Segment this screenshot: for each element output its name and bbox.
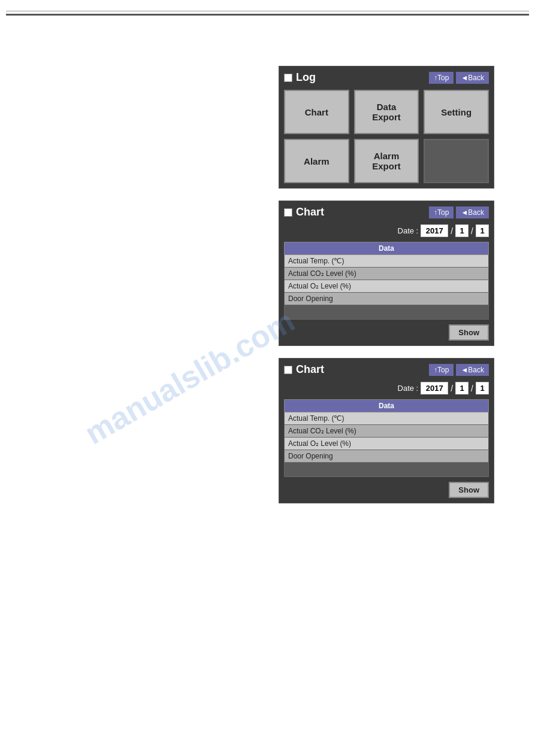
chart2-nav-buttons: ↑Top ◄Back: [429, 364, 489, 376]
chart-btn[interactable]: Chart: [284, 90, 349, 134]
chart1-checkbox[interactable]: [284, 208, 292, 217]
chart1-month-input[interactable]: [455, 224, 468, 237]
chart1-show-row: Show: [284, 324, 489, 341]
chart2-month-input[interactable]: [455, 382, 468, 394]
chart2-panel: Chart ↑Top ◄Back Date : / / Data Act: [279, 358, 494, 503]
alarm-export-btn[interactable]: AlarmExport: [354, 139, 419, 183]
chart1-table-header: Data: [285, 242, 489, 255]
chart2-sep1: /: [451, 384, 453, 393]
log-top-button[interactable]: ↑Top: [429, 72, 454, 84]
chart2-title: Chart: [296, 363, 324, 376]
chart2-row5: [285, 463, 489, 477]
top-line: [6, 11, 529, 11]
chart2-back-button[interactable]: ◄Back: [456, 364, 489, 376]
chart2-show-button[interactable]: Show: [449, 482, 489, 498]
chart1-title-area: Chart: [284, 206, 324, 218]
alarm-btn[interactable]: Alarm: [284, 139, 349, 183]
log-panel: Log ↑Top ◄Back Chart DataExport Setting …: [279, 66, 494, 189]
log-checkbox[interactable]: [284, 74, 292, 82]
chart1-row5: [285, 305, 489, 320]
chart2-date-row: Date : / /: [284, 382, 489, 394]
table-row: Actual Temp. (℃): [285, 412, 489, 425]
log-back-button[interactable]: ◄Back: [456, 72, 489, 84]
empty-btn: [424, 139, 489, 183]
chart2-top-button[interactable]: ↑Top: [429, 364, 454, 376]
table-row: Actual Temp. (℃): [285, 255, 489, 268]
chart2-row3: Actual O₂ Level (%): [285, 438, 489, 450]
chart2-row2: Actual CO₂ Level (%): [285, 425, 489, 438]
log-title-area: Log: [284, 71, 316, 84]
panels-container: Log ↑Top ◄Back Chart DataExport Setting …: [279, 66, 494, 515]
chart2-date-label: Date :: [398, 384, 419, 393]
chart1-show-button[interactable]: Show: [449, 324, 489, 341]
chart1-table: Data Actual Temp. (℃) Actual CO₂ Level (…: [284, 242, 489, 320]
chart2-table-header: Data: [285, 400, 489, 412]
table-row: Actual CO₂ Level (%): [285, 425, 489, 438]
chart1-row1: Actual Temp. (℃): [285, 255, 489, 268]
table-row: [285, 305, 489, 320]
setting-btn[interactable]: Setting: [424, 90, 489, 134]
log-buttons-grid: Chart DataExport Setting Alarm AlarmExpo…: [284, 90, 489, 183]
chart2-day-input[interactable]: [476, 382, 489, 394]
chart2-title-area: Chart: [284, 363, 324, 376]
chart2-row1: Actual Temp. (℃): [285, 412, 489, 425]
chart1-nav-buttons: ↑Top ◄Back: [429, 207, 489, 218]
chart1-date-label: Date :: [398, 226, 419, 235]
chart2-panel-header: Chart ↑Top ◄Back: [284, 363, 489, 376]
chart1-row3: Actual O₂ Level (%): [285, 280, 489, 293]
table-row: [285, 463, 489, 477]
chart1-back-button[interactable]: ◄Back: [456, 207, 489, 218]
chart1-sep1: /: [451, 226, 453, 236]
chart1-date-row: Date : / /: [284, 224, 489, 237]
chart1-top-button[interactable]: ↑Top: [429, 207, 454, 218]
chart2-checkbox[interactable]: [284, 366, 292, 374]
chart1-panel-header: Chart ↑Top ◄Back: [284, 206, 489, 218]
chart1-sep2: /: [471, 226, 473, 236]
log-panel-header: Log ↑Top ◄Back: [284, 71, 489, 84]
chart1-title: Chart: [296, 206, 324, 218]
chart1-day-input[interactable]: [476, 224, 489, 237]
log-nav-buttons: ↑Top ◄Back: [429, 72, 489, 84]
table-row: Door Opening: [285, 293, 489, 305]
chart1-year-input[interactable]: [421, 224, 448, 237]
chart2-table: Data Actual Temp. (℃) Actual CO₂ Level (…: [284, 399, 489, 477]
chart2-show-row: Show: [284, 482, 489, 498]
chart2-row4: Door Opening: [285, 450, 489, 463]
log-title: Log: [296, 71, 316, 84]
chart2-year-input[interactable]: [421, 382, 448, 394]
table-row: Door Opening: [285, 450, 489, 463]
data-export-btn[interactable]: DataExport: [354, 90, 419, 134]
table-row: Actual O₂ Level (%): [285, 280, 489, 293]
chart1-panel: Chart ↑Top ◄Back Date : / / Data Act: [279, 201, 494, 346]
bold-line: [6, 14, 529, 16]
chart1-row2: Actual CO₂ Level (%): [285, 268, 489, 280]
table-row: Actual CO₂ Level (%): [285, 268, 489, 280]
watermark: manualslib.com: [78, 303, 300, 451]
table-row: Actual O₂ Level (%): [285, 438, 489, 450]
chart2-sep2: /: [471, 384, 473, 393]
chart1-row4: Door Opening: [285, 293, 489, 305]
